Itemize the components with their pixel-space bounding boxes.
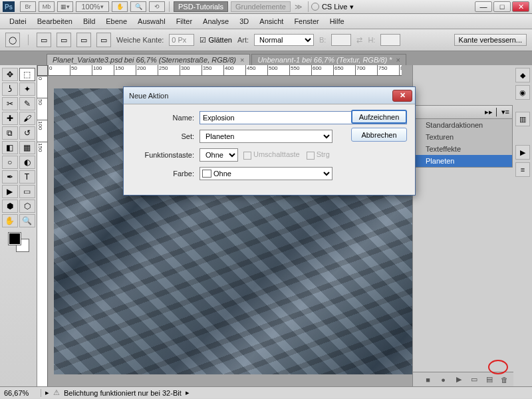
minibridge-button[interactable]: Mb <box>39 1 55 12</box>
play-icon[interactable]: ▶ <box>454 375 464 384</box>
ps-logo-icon: Ps <box>3 1 15 12</box>
history-brush-tool[interactable]: ↺ <box>19 126 35 140</box>
menu-analyse[interactable]: Analyse <box>198 15 234 27</box>
marquee-int-icon[interactable]: ▭ <box>96 33 111 47</box>
close-tab-icon[interactable]: × <box>396 56 400 64</box>
new-action-icon[interactable]: ▤ <box>484 375 494 384</box>
channels-icon[interactable]: ◉ <box>515 85 530 100</box>
actions-icon[interactable]: ≡ <box>515 162 530 177</box>
marquee-add-icon[interactable]: ▭ <box>57 33 71 47</box>
doc-tab-2[interactable]: Unbenannt-1 bei 66,7% (Textur, RGB/8) *× <box>251 54 406 65</box>
foreground-color-swatch[interactable] <box>9 233 21 245</box>
workspace-tab-grundelemente[interactable]: Grundelemente <box>231 1 291 12</box>
status-arrow-icon[interactable]: ▸ <box>45 388 49 397</box>
refine-edge-button[interactable]: Kante verbessern... <box>454 34 527 46</box>
status-dropdown-icon[interactable]: ▸ <box>186 388 190 397</box>
rotate-icon[interactable]: ⟲ <box>149 1 165 12</box>
dialog-title: Neue Aktion <box>129 92 168 100</box>
tool-preset-icon[interactable]: ◯ <box>5 33 20 47</box>
actions-panel-header[interactable]: ▸▸ │ ▾≡ <box>414 106 512 119</box>
fkey-select[interactable]: Ohne <box>200 148 238 162</box>
new-set-icon[interactable]: ▭ <box>469 375 479 384</box>
style-select[interactable]: Normal <box>254 34 314 46</box>
record-icon[interactable]: ● <box>438 375 448 384</box>
name-label: Name: <box>132 114 200 122</box>
menu-datei[interactable]: Datei <box>4 15 32 27</box>
eraser-tool[interactable]: ◧ <box>2 141 18 154</box>
bridge-button[interactable]: Br <box>20 1 36 12</box>
title-bar: Ps Br Mb ▦▾ 100% ▾ ✋ 🔍 ⟲ PSD-Tutorials G… <box>0 0 532 14</box>
menu-ebene[interactable]: Ebene <box>100 15 132 27</box>
ctrl-checkbox: Strg <box>307 150 330 159</box>
fkey-label: Funktionstaste: <box>132 151 200 159</box>
arrange-icon[interactable]: ▦▾ <box>57 1 73 12</box>
zoom-dropdown[interactable]: 100% ▾ <box>76 1 109 12</box>
close-tab-icon[interactable]: × <box>240 56 244 64</box>
pen-tool[interactable]: ✒ <box>2 170 18 184</box>
feather-input[interactable] <box>169 34 194 46</box>
close-button[interactable]: ✕ <box>512 1 529 12</box>
wand-tool[interactable]: ✦ <box>19 82 35 96</box>
action-set-standard[interactable]: Standardaktionen <box>414 119 512 131</box>
action-set-texturen[interactable]: Texturen <box>414 131 512 143</box>
record-button[interactable]: Aufzeichnen <box>351 110 407 124</box>
vertical-ruler[interactable]: 050100150 <box>37 76 48 386</box>
path-select-tool[interactable]: ▶ <box>2 185 18 198</box>
menu-fenster[interactable]: Fenster <box>289 15 324 27</box>
3d-camera-tool[interactable]: ⬡ <box>19 200 35 213</box>
cslive-button[interactable]: CS Live ▾ <box>311 3 354 11</box>
lasso-tool[interactable]: ʖ <box>2 82 18 96</box>
blur-tool[interactable]: ○ <box>2 156 18 169</box>
history-icon[interactable]: ▶ <box>515 145 530 160</box>
eyedropper-tool[interactable]: ✎ <box>19 97 35 110</box>
crop-tool[interactable]: ✂ <box>2 97 18 110</box>
zoom-tool[interactable]: 🔍 <box>19 214 35 227</box>
menu-bar: Datei Bearbeiten Bild Ebene Auswahl Filt… <box>0 14 532 29</box>
set-select[interactable]: Planeten <box>200 130 332 143</box>
healing-tool[interactable]: ✚ <box>2 112 18 125</box>
doc-tab-1[interactable]: Planet_Variante3.psd bei 66,7% (Sternens… <box>47 54 250 65</box>
workspace-tab-psdtutorials[interactable]: PSD-Tutorials <box>174 1 228 12</box>
menu-ansicht[interactable]: Ansicht <box>254 15 289 27</box>
hand-tool[interactable]: ✋ <box>2 214 18 227</box>
dialog-titlebar[interactable]: Neue Aktion ✕ <box>124 87 415 104</box>
horizontal-ruler[interactable]: 0501001502002503003504004505005506006507… <box>48 65 402 76</box>
stamp-tool[interactable]: ⧉ <box>2 126 18 140</box>
ruler-origin[interactable] <box>37 65 48 76</box>
hand-icon[interactable]: ✋ <box>112 1 128 12</box>
adjustments-icon[interactable]: ▥ <box>515 112 530 126</box>
new-action-dialog: Neue Aktion ✕ Aufzeichnen Abbrechen Name… <box>123 86 416 196</box>
3d-tool[interactable]: ⬢ <box>2 200 18 213</box>
color-swatches[interactable] <box>9 233 29 251</box>
action-set-planeten[interactable]: Planeten <box>414 155 512 167</box>
gradient-tool[interactable]: ▦ <box>19 141 35 154</box>
action-set-texteffekte[interactable]: Texteffekte <box>414 143 512 155</box>
trash-icon[interactable]: 🗑 <box>499 375 509 384</box>
shape-tool[interactable]: ▭ <box>19 185 35 198</box>
dialog-close-button[interactable]: ✕ <box>392 90 412 102</box>
cancel-button[interactable]: Abbrechen <box>351 128 407 142</box>
move-tool[interactable]: ✥ <box>2 68 18 81</box>
height-input <box>380 34 400 46</box>
marquee-new-icon[interactable]: ▭ <box>37 33 51 47</box>
more-workspaces-icon[interactable]: ≫ <box>295 3 303 11</box>
marquee-sub-icon[interactable]: ▭ <box>76 33 91 47</box>
antialias-checkbox[interactable]: ☑ Glätten <box>200 36 232 45</box>
minimize-button[interactable]: — <box>475 1 492 12</box>
menu-hilfe[interactable]: Hilfe <box>325 15 350 27</box>
brush-tool[interactable]: 🖌 <box>19 112 35 125</box>
layers-icon[interactable]: ◆ <box>515 68 530 82</box>
zoom-field[interactable]: 66,67% <box>4 389 41 397</box>
marquee-tool[interactable]: ⬚ <box>19 68 35 81</box>
menu-bearbeiten[interactable]: Bearbeiten <box>32 15 78 27</box>
dodge-tool[interactable]: ◐ <box>19 156 35 169</box>
zoomtool-icon[interactable]: 🔍 <box>130 1 146 12</box>
width-input <box>331 34 351 46</box>
type-tool[interactable]: T <box>19 170 35 184</box>
maximize-button[interactable]: □ <box>493 1 511 12</box>
menu-3d[interactable]: 3D <box>234 15 254 27</box>
menu-filter[interactable]: Filter <box>171 15 198 27</box>
menu-auswahl[interactable]: Auswahl <box>132 15 171 27</box>
stop-icon[interactable]: ■ <box>423 375 433 384</box>
menu-bild[interactable]: Bild <box>78 15 100 27</box>
